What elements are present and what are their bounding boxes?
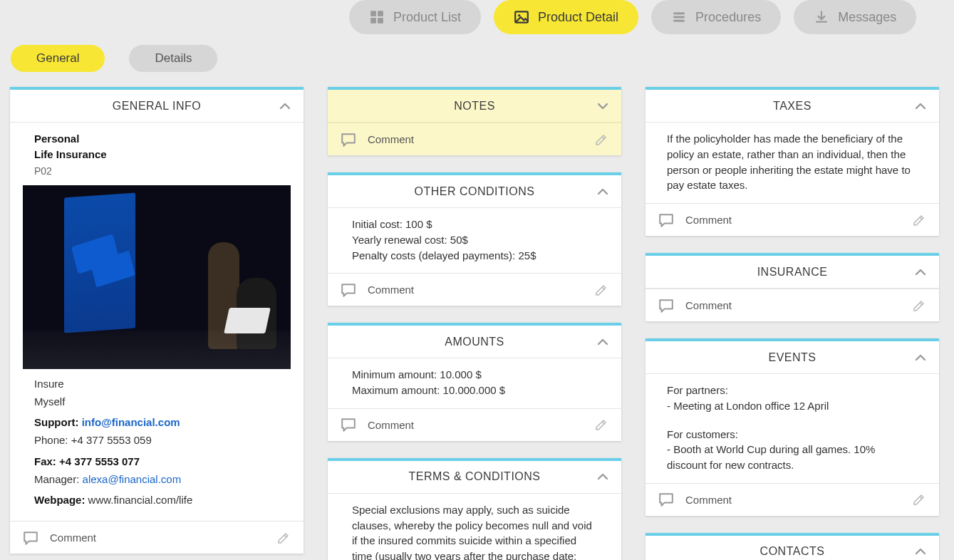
card-insurance: INSURANCE Comment xyxy=(645,253,939,321)
card-header[interactable]: EVENTS xyxy=(645,341,939,374)
chevron-down-icon xyxy=(596,99,610,113)
grid-icon xyxy=(369,9,385,25)
chevron-up-icon xyxy=(913,351,928,365)
comment-label: Comment xyxy=(685,299,732,311)
tab-label: Product List xyxy=(393,10,461,25)
card-title: GENERAL INFO xyxy=(113,100,202,113)
gi-product-image xyxy=(23,185,291,369)
card-title: AMOUNTS xyxy=(445,336,504,348)
subtab-label: Details xyxy=(155,51,192,66)
gi-category: Personal xyxy=(34,131,279,147)
comment-label: Comment xyxy=(50,532,96,544)
am-line2: Maximum amount: 10.000.000 $ xyxy=(352,383,597,398)
am-line1: Minimum amount: 10.000 $ xyxy=(352,367,597,383)
gi-phone: +4 377 5553 059 xyxy=(71,434,152,446)
card-header[interactable]: NOTES xyxy=(328,90,621,123)
card-events: EVENTS For partners: - Meeting at London… xyxy=(645,338,939,516)
content-columns: GENERAL INFO Personal Life Insurance P02… xyxy=(10,87,939,560)
gi-company-1: Insure xyxy=(34,376,279,392)
gi-support-label: Support: xyxy=(34,416,78,428)
card-title: NOTES xyxy=(454,100,495,113)
comment-icon xyxy=(658,492,674,507)
gi-webpage-label: Webpage: xyxy=(34,494,85,506)
gi-support-email[interactable]: info@financial.com xyxy=(82,416,180,428)
card-header[interactable]: TAXES xyxy=(645,90,939,123)
taxes-body: If the policyholder has made the benefic… xyxy=(667,131,918,193)
tab-messages[interactable]: Messages xyxy=(794,0,916,34)
tab-procedures[interactable]: Procedures xyxy=(651,0,781,34)
comment-icon xyxy=(658,298,674,313)
comment-row[interactable]: Comment xyxy=(645,483,939,516)
card-header[interactable]: GENERAL INFO xyxy=(10,90,304,123)
comment-label: Comment xyxy=(368,284,414,296)
card-notes: NOTES Comment xyxy=(328,87,621,155)
tab-product-list[interactable]: Product List xyxy=(349,0,481,34)
download-icon xyxy=(814,9,829,25)
gi-fax: +4 377 5553 077 xyxy=(59,455,140,467)
tab-label: Product Detail xyxy=(538,10,618,25)
edit-icon[interactable] xyxy=(912,213,926,227)
gi-manager-email[interactable]: alexa@financial.com xyxy=(83,473,182,485)
image-icon xyxy=(514,9,529,25)
tab-label: Messages xyxy=(838,10,896,25)
gi-product: Life Insurance xyxy=(34,147,279,162)
sub-tabs: General Details xyxy=(11,45,217,72)
card-title: EVENTS xyxy=(768,351,816,364)
events-p1: For partners: xyxy=(667,383,918,398)
subtab-label: General xyxy=(36,51,79,66)
chevron-up-icon xyxy=(596,470,610,484)
comment-row[interactable]: Comment xyxy=(328,273,621,306)
top-tabs: Product List Product Detail Procedures M… xyxy=(349,0,916,34)
gi-code: P02 xyxy=(34,164,279,178)
card-terms: TERMS & CONDITIONS Special exclusions ma… xyxy=(328,458,621,560)
comment-icon xyxy=(341,417,356,432)
gi-webpage: www.financial.com/life xyxy=(88,494,193,506)
gi-phone-label: Phone: xyxy=(34,434,68,446)
chevron-up-icon xyxy=(913,544,928,559)
card-general-info: GENERAL INFO Personal Life Insurance P02… xyxy=(10,87,304,554)
comment-row[interactable]: Comment xyxy=(10,521,304,554)
card-title: TAXES xyxy=(773,100,812,113)
card-header[interactable]: AMOUNTS xyxy=(328,326,621,358)
comment-label: Comment xyxy=(368,133,414,145)
card-header[interactable]: OTHER CONDITIONS xyxy=(328,175,621,208)
comment-label: Comment xyxy=(685,494,732,506)
events-p2: For customers: xyxy=(667,427,918,442)
comment-icon xyxy=(341,282,356,298)
card-title: CONTACTS xyxy=(760,545,825,558)
card-title: INSURANCE xyxy=(757,266,828,279)
card-taxes: TAXES If the policyholder has made the b… xyxy=(645,87,939,236)
comment-icon xyxy=(23,530,38,546)
comment-row[interactable]: Comment xyxy=(328,408,621,441)
edit-icon[interactable] xyxy=(912,299,926,313)
column-3: TAXES If the policyholder has made the b… xyxy=(645,87,939,560)
edit-icon[interactable] xyxy=(912,492,926,507)
edit-icon[interactable] xyxy=(594,133,608,147)
events-p1b: - Meeting at London office 12 April xyxy=(667,398,918,414)
chevron-up-icon xyxy=(596,185,610,199)
chevron-up-icon xyxy=(913,99,928,113)
list-icon xyxy=(671,9,687,25)
column-2: NOTES Comment OTHER CONDITIONS Initial c… xyxy=(328,87,621,560)
card-header[interactable]: CONTACTS xyxy=(645,536,939,560)
comment-label: Comment xyxy=(685,214,732,226)
subtab-general[interactable]: General xyxy=(11,45,105,72)
card-header[interactable]: INSURANCE xyxy=(645,256,939,289)
card-title: TERMS & CONDITIONS xyxy=(408,470,540,483)
comment-row[interactable]: Comment xyxy=(645,203,939,236)
tab-label: Procedures xyxy=(695,10,761,25)
gi-manager-label: Manager: xyxy=(34,473,79,485)
card-title: OTHER CONDITIONS xyxy=(415,185,535,198)
edit-icon[interactable] xyxy=(594,418,608,432)
subtab-details[interactable]: Details xyxy=(129,45,217,72)
events-p2b: - Booth at World Cup during all games. 1… xyxy=(667,442,918,473)
card-amounts: AMOUNTS Minimum amount: 10.000 $ Maximum… xyxy=(328,323,621,441)
edit-icon[interactable] xyxy=(594,283,608,297)
comment-row[interactable]: Comment xyxy=(328,123,621,155)
chevron-up-icon xyxy=(913,265,928,279)
tab-product-detail[interactable]: Product Detail xyxy=(494,0,638,34)
comment-row[interactable]: Comment xyxy=(645,289,939,321)
card-header[interactable]: TERMS & CONDITIONS xyxy=(328,461,621,494)
edit-icon[interactable] xyxy=(276,531,291,545)
card-contacts: CONTACTS xyxy=(645,533,939,560)
